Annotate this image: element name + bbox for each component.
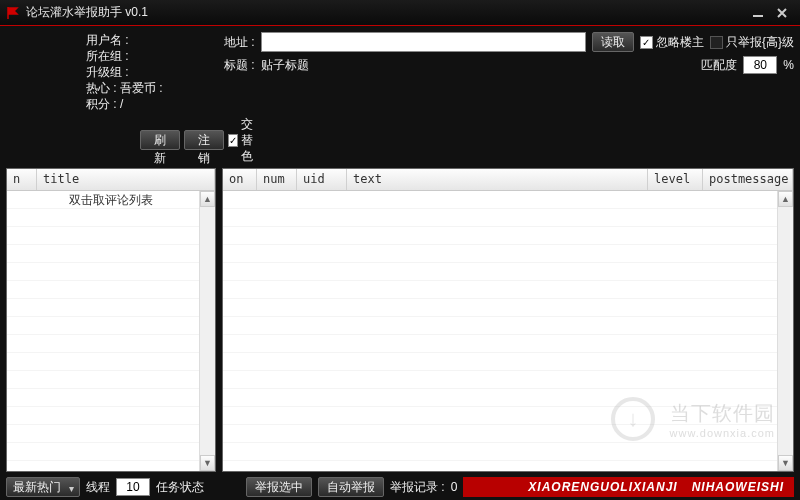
banner-text-2: NIHAOWEISHI <box>692 480 784 494</box>
status-label: 任务状态 <box>156 479 204 496</box>
group-label: 所在组 : <box>86 49 129 63</box>
scroll-down-icon[interactable]: ▼ <box>200 455 215 471</box>
match-input[interactable] <box>743 56 777 74</box>
left-grid-body[interactable]: 双击取评论列表 ▲ ▼ <box>7 191 215 471</box>
only-high-label: 只举报{高}级 <box>726 34 794 51</box>
match-label: 匹配度 <box>701 57 737 74</box>
hot-latest-dropdown[interactable]: 最新热门 <box>6 477 80 497</box>
app-title: 论坛灌水举报助手 v0.1 <box>26 4 148 21</box>
right-grid: on num uid text level postmessage ▲ ▼ ↓ <box>222 168 794 472</box>
left-grid-header: n title <box>7 169 215 191</box>
scroll-up-icon[interactable]: ▲ <box>778 191 793 207</box>
svg-rect-0 <box>753 15 763 17</box>
skip-op-checkbox[interactable]: ✓忽略楼主 <box>640 34 704 51</box>
banner-strip: XIAORENGUOLIXIANJI NIHAOWEISHI <box>463 477 794 497</box>
bottom-bar: 最新热门 线程 任务状态 举报选中 自动举报 举报记录 :0 XIAORENGU… <box>6 476 794 500</box>
title-label: 标题 : <box>224 57 255 74</box>
minimize-button[interactable] <box>746 4 770 22</box>
left-grid: n title 双击取评论列表 ▲ ▼ <box>6 168 216 472</box>
close-button[interactable] <box>770 4 794 22</box>
right-grid-body[interactable]: ▲ ▼ ↓ 当下软件园 www.downxia.com <box>223 191 793 471</box>
threads-input[interactable] <box>116 478 150 496</box>
right-col-num[interactable]: num <box>257 169 297 190</box>
right-col-uid[interactable]: uid <box>297 169 347 190</box>
coin-label: 吾爱币 : <box>120 81 163 95</box>
right-col-level[interactable]: level <box>648 169 703 190</box>
user-info-panel: 用户名 : 所在组 : 升级组 : 热心 : 吾爱币 : 积分 : / 刷新 注… <box>6 30 216 164</box>
scroll-up-icon[interactable]: ▲ <box>200 191 215 207</box>
address-input[interactable] <box>261 32 586 52</box>
scroll-down-icon[interactable]: ▼ <box>778 455 793 471</box>
left-scrollbar[interactable]: ▲ ▼ <box>199 191 215 471</box>
only-high-checkbox[interactable]: 只举报{高}级 <box>710 34 794 51</box>
right-scrollbar[interactable]: ▲ ▼ <box>777 191 793 471</box>
title-bar: 论坛灌水举报助手 v0.1 <box>0 0 800 26</box>
app-flag-icon <box>6 6 20 20</box>
address-label: 地址 : <box>224 34 255 51</box>
download-arrow-icon: ↓ <box>611 397 655 441</box>
report-selected-button[interactable]: 举报选中 <box>246 477 312 497</box>
right-col-on[interactable]: on <box>223 169 257 190</box>
logout-button[interactable]: 注销 <box>184 130 224 150</box>
match-pct: % <box>783 58 794 72</box>
title-value: 贴子标题 <box>261 57 309 74</box>
watermark: ↓ 当下软件园 www.downxia.com <box>670 400 775 439</box>
left-grid-placeholder: 双击取评论列表 <box>7 191 215 209</box>
threads-label: 线程 <box>86 479 110 496</box>
right-col-text[interactable]: text <box>347 169 648 190</box>
upgrade-label: 升级组 : <box>86 65 129 79</box>
record-value: 0 <box>451 480 458 494</box>
hot-label: 热心 : <box>86 81 117 95</box>
banner-text-1: XIAORENGUOLIXIANJI <box>528 480 677 494</box>
right-col-postmessage[interactable]: postmessage <box>703 169 793 190</box>
record-label: 举报记录 : <box>390 479 445 496</box>
right-grid-header: on num uid text level postmessage <box>223 169 793 191</box>
username-label: 用户名 : <box>86 33 129 47</box>
score-label: 积分 : / <box>86 97 123 111</box>
auto-report-button[interactable]: 自动举报 <box>318 477 384 497</box>
refresh-button[interactable]: 刷新 <box>140 130 180 150</box>
left-col-title[interactable]: title <box>37 169 215 190</box>
read-button[interactable]: 读取 <box>592 32 634 52</box>
skip-op-label: 忽略楼主 <box>656 34 704 51</box>
left-col-n[interactable]: n <box>7 169 37 190</box>
